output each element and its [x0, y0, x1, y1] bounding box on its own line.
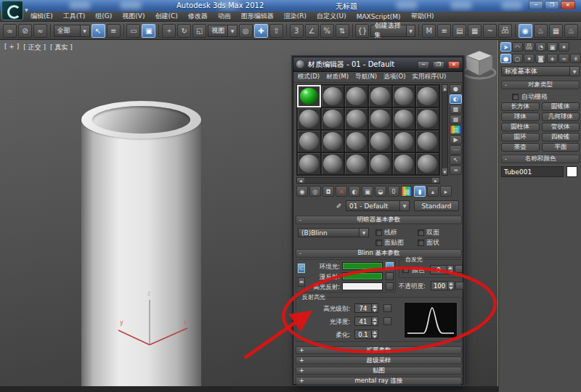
make-preview-icon[interactable]: ▶: [450, 135, 462, 144]
select-and-scale-icon[interactable]: ◱: [192, 24, 206, 38]
align-icon[interactable]: ≡: [437, 24, 451, 38]
percent-snap-icon[interactable]: %: [320, 24, 334, 38]
material-type-button[interactable]: Standard: [414, 200, 459, 211]
rollout-header[interactable]: + 扩展参数: [296, 346, 462, 354]
material-sample-slot[interactable]: [415, 107, 439, 130]
me-menu-item[interactable]: 材质(M): [326, 73, 349, 81]
curve-editor-icon[interactable]: ~: [483, 24, 497, 38]
select-by-name-icon[interactable]: ≡: [107, 24, 121, 38]
create-systems-icon[interactable]: ✳: [570, 54, 581, 63]
selection-filter-dropdown[interactable]: 全部 ▼: [54, 25, 90, 37]
material-name-dropdown[interactable]: 01 - Default ▼: [346, 200, 410, 211]
named-selection-sets-dropdown[interactable]: 创建选择集 ▼: [370, 25, 415, 37]
spinner-snap-icon[interactable]: ⇅: [336, 24, 349, 38]
backlight-icon[interactable]: ◐: [450, 94, 462, 104]
create-spacewarps-icon[interactable]: ≈: [558, 54, 569, 63]
go-forward-to-sibling-icon[interactable]: ▸: [440, 186, 452, 197]
specular-color-swatch[interactable]: [342, 282, 383, 290]
me-menu-item[interactable]: 模式(D): [298, 73, 320, 81]
material-sample-slot[interactable]: [392, 85, 416, 107]
face-map-checkbox[interactable]: [375, 240, 382, 246]
window-crossing-toggle-icon[interactable]: ▣: [142, 24, 155, 38]
lock-ambient-diffuse-icon[interactable]: ⊂: [298, 264, 305, 273]
specular-level-spinner[interactable]: 74: [354, 303, 378, 313]
material-sample-slot[interactable]: [297, 152, 321, 175]
sample-uv-tiling-icon[interactable]: ▦: [450, 115, 462, 124]
lock-diffuse-specular-icon[interactable]: ≡: [298, 277, 305, 287]
faceted-checkbox[interactable]: [418, 240, 424, 246]
material-sample-slot[interactable]: [344, 130, 368, 152]
get-material-icon[interactable]: ◉: [296, 186, 308, 197]
material-sample-slot[interactable]: [321, 107, 345, 130]
material-sample-slot[interactable]: [392, 107, 416, 130]
pick-material-eyedropper-icon[interactable]: ✐: [334, 201, 344, 211]
self-illum-checkbox[interactable]: [402, 266, 409, 273]
scroll-up-icon[interactable]: ▲: [442, 85, 447, 91]
me-menu-item[interactable]: 选项(O): [383, 73, 405, 81]
tab-motion-icon[interactable]: ◔: [535, 42, 546, 52]
me-maximize-button[interactable]: ❐: [433, 61, 444, 68]
menu-item[interactable]: 渲染(R): [284, 12, 306, 21]
opacity-spinner[interactable]: 100: [431, 281, 455, 290]
angle-snap-icon[interactable]: ∠: [305, 24, 319, 38]
use-pivot-point-center-icon[interactable]: ◎: [239, 24, 253, 38]
material-sample-slot[interactable]: [368, 130, 392, 152]
spinner-arrows-icon[interactable]: [447, 265, 454, 274]
menu-item[interactable]: 动画: [218, 12, 231, 21]
glossiness-map-button[interactable]: [383, 317, 391, 325]
material-map-navigator-icon[interactable]: ≡: [450, 166, 462, 175]
menu-item[interactable]: MAXScript(M): [357, 13, 401, 20]
background-icon[interactable]: ▩: [450, 105, 462, 114]
ambient-color-swatch[interactable]: [342, 262, 383, 270]
material-sample-slot[interactable]: [415, 85, 439, 107]
reference-coordinate-dropdown[interactable]: 视图 ▼: [208, 25, 237, 37]
select-object-icon[interactable]: ↖: [92, 24, 105, 38]
object-color-swatch[interactable]: [566, 166, 577, 177]
create-shapes-icon[interactable]: ○: [512, 54, 523, 63]
me-menu-item[interactable]: 实用程序(U): [412, 73, 446, 81]
sample-vertical-scrollbar[interactable]: ▲ ▼: [442, 84, 448, 176]
select-and-move-icon[interactable]: ＋: [162, 24, 176, 38]
object-type-button[interactable]: 几何球体: [542, 113, 580, 121]
object-type-button[interactable]: 长方体: [501, 102, 540, 111]
create-helpers-icon[interactable]: ∗: [547, 54, 558, 63]
unlink-selection-icon[interactable]: ⊘: [18, 24, 32, 38]
me-menu-item[interactable]: 导航(N): [355, 73, 377, 81]
opacity-map-button[interactable]: [455, 282, 463, 290]
put-to-library-icon[interactable]: ◒: [375, 186, 386, 197]
rendered-frame-window-icon[interactable]: ▦: [549, 24, 563, 38]
sample-horizontal-scrollbar[interactable]: ◀ ▶: [296, 177, 440, 184]
maximize-button[interactable]: ❐: [545, 1, 559, 9]
material-sample-slot[interactable]: [415, 152, 439, 175]
show-map-in-viewport-icon[interactable]: ▩: [401, 186, 413, 197]
self-illum-spinner[interactable]: 0: [430, 265, 454, 274]
material-sample-slot[interactable]: [392, 152, 416, 175]
specular-level-map-button[interactable]: [383, 304, 391, 312]
material-sample-slot[interactable]: [321, 152, 345, 175]
object-type-rollout[interactable]: - 对象类型: [501, 81, 580, 89]
go-to-parent-icon[interactable]: ▴: [427, 186, 439, 197]
object-type-button[interactable]: 圆环: [501, 133, 540, 142]
glossiness-spinner[interactable]: 41: [354, 317, 378, 326]
object-type-button[interactable]: 圆柱体: [501, 123, 540, 131]
mirror-icon[interactable]: M: [422, 24, 436, 38]
rollout-header[interactable]: + mental ray 连接: [296, 377, 462, 385]
material-sample-slot[interactable]: [344, 85, 368, 107]
ambient-lock-button[interactable]: [386, 262, 394, 270]
bind-to-space-warp-icon[interactable]: ≈: [33, 24, 47, 38]
schematic-view-icon[interactable]: 品: [498, 24, 512, 38]
select-and-link-icon[interactable]: ∞: [3, 24, 17, 38]
layer-manager-icon[interactable]: ▤: [452, 24, 466, 38]
put-material-to-scene-icon[interactable]: ◎: [309, 186, 321, 197]
material-sample-slot[interactable]: [368, 152, 392, 175]
self-illum-map-button[interactable]: [455, 265, 463, 273]
app-menu-caret-icon[interactable]: ▼: [25, 7, 28, 12]
assign-material-to-selection-icon[interactable]: ◘: [322, 186, 334, 197]
scroll-down-icon[interactable]: ▼: [442, 168, 447, 175]
autogrid-checkbox[interactable]: [512, 94, 519, 100]
menu-item[interactable]: 帮助(H): [411, 12, 434, 21]
blinn-basic-params-rollout[interactable]: - Blinn 基本参数: [296, 249, 462, 258]
material-sample-slot[interactable]: [321, 130, 345, 152]
name-color-rollout[interactable]: - 名称和颜色: [501, 155, 580, 163]
select-and-manipulate-icon[interactable]: ✚: [254, 24, 268, 38]
